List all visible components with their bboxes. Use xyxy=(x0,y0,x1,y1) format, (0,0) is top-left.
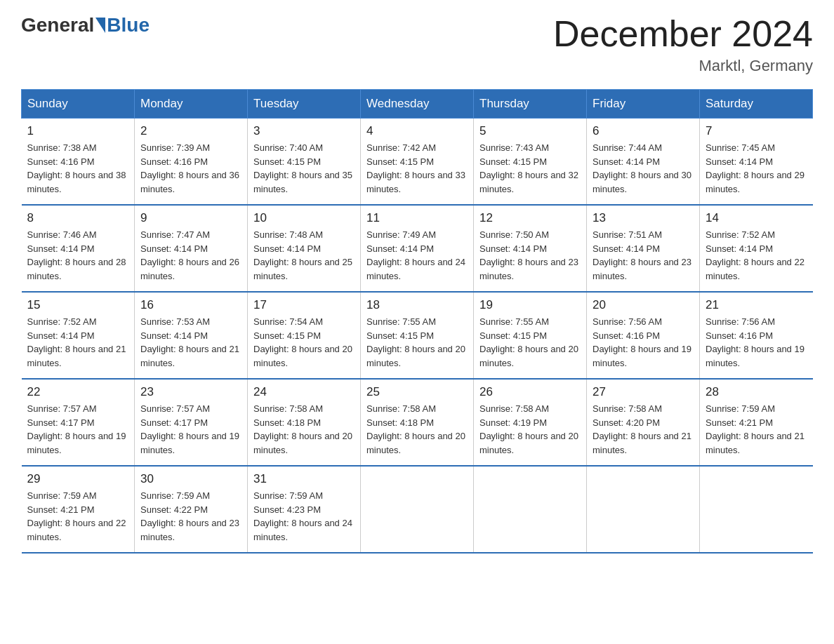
calendar-day-cell: 30 Sunrise: 7:59 AM Sunset: 4:22 PM Dayl… xyxy=(135,466,248,553)
calendar-day-cell: 31 Sunrise: 7:59 AM Sunset: 4:23 PM Dayl… xyxy=(248,466,361,553)
logo: General Blue xyxy=(21,14,150,36)
day-number: 10 xyxy=(253,211,355,225)
calendar-week-row: 22 Sunrise: 7:57 AM Sunset: 4:17 PM Dayl… xyxy=(22,379,813,466)
day-info: Sunrise: 7:51 AM Sunset: 4:14 PM Dayligh… xyxy=(593,228,694,283)
day-info: Sunrise: 7:38 AM Sunset: 4:16 PM Dayligh… xyxy=(27,141,129,196)
day-number: 16 xyxy=(140,298,241,312)
calendar-day-cell: 29 Sunrise: 7:59 AM Sunset: 4:21 PM Dayl… xyxy=(22,466,135,553)
day-number: 22 xyxy=(27,385,129,399)
day-of-week-header: Monday xyxy=(135,90,248,119)
calendar-week-row: 8 Sunrise: 7:46 AM Sunset: 4:14 PM Dayli… xyxy=(22,205,813,292)
day-info: Sunrise: 7:59 AM Sunset: 4:21 PM Dayligh… xyxy=(706,402,807,457)
day-info: Sunrise: 7:59 AM Sunset: 4:21 PM Dayligh… xyxy=(27,489,129,544)
calendar-day-cell xyxy=(474,466,587,553)
day-number: 18 xyxy=(366,298,468,312)
calendar-day-cell: 25 Sunrise: 7:58 AM Sunset: 4:18 PM Dayl… xyxy=(361,379,474,466)
day-number: 2 xyxy=(140,124,241,138)
calendar-day-cell: 27 Sunrise: 7:58 AM Sunset: 4:20 PM Dayl… xyxy=(587,379,700,466)
day-info: Sunrise: 7:58 AM Sunset: 4:19 PM Dayligh… xyxy=(479,402,581,457)
calendar-day-cell: 21 Sunrise: 7:56 AM Sunset: 4:16 PM Dayl… xyxy=(700,292,813,379)
calendar-day-cell: 16 Sunrise: 7:53 AM Sunset: 4:14 PM Dayl… xyxy=(135,292,248,379)
calendar-day-cell: 17 Sunrise: 7:54 AM Sunset: 4:15 PM Dayl… xyxy=(248,292,361,379)
day-number: 26 xyxy=(479,385,581,399)
day-info: Sunrise: 7:57 AM Sunset: 4:17 PM Dayligh… xyxy=(27,402,129,457)
day-info: Sunrise: 7:59 AM Sunset: 4:22 PM Dayligh… xyxy=(140,489,241,544)
calendar-week-row: 1 Sunrise: 7:38 AM Sunset: 4:16 PM Dayli… xyxy=(22,119,813,206)
day-number: 20 xyxy=(593,298,694,312)
day-info: Sunrise: 7:56 AM Sunset: 4:16 PM Dayligh… xyxy=(706,315,807,370)
calendar-day-cell: 3 Sunrise: 7:40 AM Sunset: 4:15 PM Dayli… xyxy=(248,119,361,206)
calendar-day-cell: 28 Sunrise: 7:59 AM Sunset: 4:21 PM Dayl… xyxy=(700,379,813,466)
calendar-day-cell: 4 Sunrise: 7:42 AM Sunset: 4:15 PM Dayli… xyxy=(361,119,474,206)
day-of-week-header: Saturday xyxy=(700,90,813,119)
day-info: Sunrise: 7:58 AM Sunset: 4:20 PM Dayligh… xyxy=(593,402,694,457)
day-info: Sunrise: 7:55 AM Sunset: 4:15 PM Dayligh… xyxy=(366,315,468,370)
calendar-day-cell: 20 Sunrise: 7:56 AM Sunset: 4:16 PM Dayl… xyxy=(587,292,700,379)
day-info: Sunrise: 7:58 AM Sunset: 4:18 PM Dayligh… xyxy=(366,402,468,457)
calendar-day-cell: 23 Sunrise: 7:57 AM Sunset: 4:17 PM Dayl… xyxy=(135,379,248,466)
day-number: 30 xyxy=(140,472,241,486)
day-info: Sunrise: 7:47 AM Sunset: 4:14 PM Dayligh… xyxy=(140,228,241,283)
day-number: 8 xyxy=(27,211,129,225)
logo-blue-text: Blue xyxy=(107,14,150,36)
day-info: Sunrise: 7:58 AM Sunset: 4:18 PM Dayligh… xyxy=(253,402,355,457)
day-info: Sunrise: 7:48 AM Sunset: 4:14 PM Dayligh… xyxy=(253,228,355,283)
calendar-day-cell: 19 Sunrise: 7:55 AM Sunset: 4:15 PM Dayl… xyxy=(474,292,587,379)
month-title: December 2024 xyxy=(553,14,813,54)
calendar-week-row: 29 Sunrise: 7:59 AM Sunset: 4:21 PM Dayl… xyxy=(22,466,813,553)
calendar-day-cell: 15 Sunrise: 7:52 AM Sunset: 4:14 PM Dayl… xyxy=(22,292,135,379)
day-info: Sunrise: 7:44 AM Sunset: 4:14 PM Dayligh… xyxy=(593,141,694,196)
day-info: Sunrise: 7:49 AM Sunset: 4:14 PM Dayligh… xyxy=(366,228,468,283)
day-number: 29 xyxy=(27,472,129,486)
calendar-day-cell: 13 Sunrise: 7:51 AM Sunset: 4:14 PM Dayl… xyxy=(587,205,700,292)
day-of-week-header: Wednesday xyxy=(361,90,474,119)
day-number: 9 xyxy=(140,211,241,225)
day-number: 7 xyxy=(706,124,807,138)
day-info: Sunrise: 7:55 AM Sunset: 4:15 PM Dayligh… xyxy=(479,315,581,370)
calendar-day-cell: 8 Sunrise: 7:46 AM Sunset: 4:14 PM Dayli… xyxy=(22,205,135,292)
calendar-day-cell: 6 Sunrise: 7:44 AM Sunset: 4:14 PM Dayli… xyxy=(587,119,700,206)
day-info: Sunrise: 7:52 AM Sunset: 4:14 PM Dayligh… xyxy=(706,228,807,283)
calendar-day-cell: 2 Sunrise: 7:39 AM Sunset: 4:16 PM Dayli… xyxy=(135,119,248,206)
calendar-day-cell: 7 Sunrise: 7:45 AM Sunset: 4:14 PM Dayli… xyxy=(700,119,813,206)
day-info: Sunrise: 7:59 AM Sunset: 4:23 PM Dayligh… xyxy=(253,489,355,544)
day-number: 15 xyxy=(27,298,129,312)
page-header: General Blue December 2024 Marktl, Germa… xyxy=(21,14,813,75)
day-of-week-header: Friday xyxy=(587,90,700,119)
day-number: 28 xyxy=(706,385,807,399)
day-number: 24 xyxy=(253,385,355,399)
calendar-day-cell: 12 Sunrise: 7:50 AM Sunset: 4:14 PM Dayl… xyxy=(474,205,587,292)
calendar-header-row: SundayMondayTuesdayWednesdayThursdayFrid… xyxy=(22,90,813,119)
day-number: 1 xyxy=(27,124,129,138)
day-info: Sunrise: 7:39 AM Sunset: 4:16 PM Dayligh… xyxy=(140,141,241,196)
calendar-day-cell: 10 Sunrise: 7:48 AM Sunset: 4:14 PM Dayl… xyxy=(248,205,361,292)
location-subtitle: Marktl, Germany xyxy=(553,57,813,75)
calendar-day-cell: 22 Sunrise: 7:57 AM Sunset: 4:17 PM Dayl… xyxy=(22,379,135,466)
day-number: 5 xyxy=(479,124,581,138)
day-of-week-header: Sunday xyxy=(22,90,135,119)
day-number: 31 xyxy=(253,472,355,486)
day-number: 25 xyxy=(366,385,468,399)
calendar-day-cell: 26 Sunrise: 7:58 AM Sunset: 4:19 PM Dayl… xyxy=(474,379,587,466)
calendar-day-cell xyxy=(361,466,474,553)
day-number: 6 xyxy=(593,124,694,138)
calendar-day-cell: 9 Sunrise: 7:47 AM Sunset: 4:14 PM Dayli… xyxy=(135,205,248,292)
calendar-day-cell xyxy=(587,466,700,553)
day-number: 13 xyxy=(593,211,694,225)
day-info: Sunrise: 7:46 AM Sunset: 4:14 PM Dayligh… xyxy=(27,228,129,283)
logo-general-text: General xyxy=(21,14,94,36)
day-info: Sunrise: 7:52 AM Sunset: 4:14 PM Dayligh… xyxy=(27,315,129,370)
day-info: Sunrise: 7:45 AM Sunset: 4:14 PM Dayligh… xyxy=(706,141,807,196)
logo-arrow-icon xyxy=(95,18,105,33)
day-number: 12 xyxy=(479,211,581,225)
day-info: Sunrise: 7:43 AM Sunset: 4:15 PM Dayligh… xyxy=(479,141,581,196)
calendar-table: SundayMondayTuesdayWednesdayThursdayFrid… xyxy=(21,89,813,554)
day-of-week-header: Thursday xyxy=(474,90,587,119)
day-info: Sunrise: 7:42 AM Sunset: 4:15 PM Dayligh… xyxy=(366,141,468,196)
title-block: December 2024 Marktl, Germany xyxy=(553,14,813,75)
calendar-day-cell xyxy=(700,466,813,553)
calendar-day-cell: 18 Sunrise: 7:55 AM Sunset: 4:15 PM Dayl… xyxy=(361,292,474,379)
calendar-day-cell: 24 Sunrise: 7:58 AM Sunset: 4:18 PM Dayl… xyxy=(248,379,361,466)
day-number: 23 xyxy=(140,385,241,399)
day-number: 4 xyxy=(366,124,468,138)
